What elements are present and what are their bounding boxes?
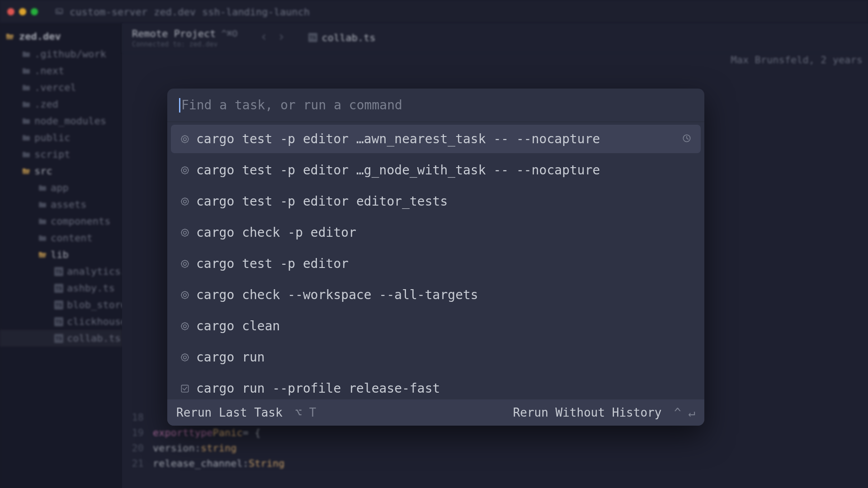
sidebar-folder[interactable]: src bbox=[0, 163, 122, 179]
task-item-label: cargo run bbox=[196, 350, 265, 365]
typescript-file-icon: TS bbox=[54, 317, 63, 326]
sidebar-file[interactable]: TScollab.ts bbox=[0, 330, 122, 347]
editor-tab-label: collab.ts bbox=[322, 32, 376, 43]
line-number: 18 bbox=[129, 412, 153, 423]
code-token: export bbox=[153, 427, 189, 438]
task-item-label: cargo check -p editor bbox=[196, 225, 356, 240]
sidebar-folder[interactable]: app bbox=[0, 179, 122, 196]
sidebar-folder[interactable]: .vercel bbox=[0, 79, 122, 96]
maximize-window-button[interactable] bbox=[31, 8, 38, 15]
folder-open-icon bbox=[38, 250, 47, 259]
sidebar-file[interactable]: TSblob_store.ts bbox=[0, 296, 122, 313]
task-item-label: cargo test -p editor …awn_nearest_task -… bbox=[196, 131, 600, 146]
code-token: : bbox=[195, 442, 201, 454]
ssh-host-label[interactable]: custom-server bbox=[70, 6, 147, 18]
sidebar-item-label: collab.ts bbox=[67, 333, 121, 344]
task-item[interactable]: cargo run bbox=[171, 343, 701, 371]
sidebar-item-label: ashby.ts bbox=[67, 282, 115, 294]
code-token: type bbox=[189, 427, 212, 438]
folder-open-icon bbox=[5, 32, 14, 41]
task-search-placeholder: Find a task, or run a command bbox=[181, 98, 402, 113]
ssh-icon bbox=[55, 6, 63, 18]
rerun-without-history-shortcut: ^ ↵ bbox=[674, 406, 695, 419]
code-line[interactable]: 21 release_channel: String bbox=[122, 455, 868, 471]
folder-icon bbox=[22, 66, 31, 75]
nav-forward-button[interactable] bbox=[277, 33, 286, 44]
sidebar-item-label: .vercel bbox=[34, 82, 76, 93]
editor-tab[interactable]: TS collab.ts bbox=[297, 23, 387, 52]
task-item[interactable]: cargo check -p editor bbox=[171, 218, 701, 247]
code-token: String bbox=[249, 458, 284, 469]
nav-back-button[interactable] bbox=[259, 33, 269, 44]
rerun-last-task-hint[interactable]: Rerun Last Task ⌥ T bbox=[176, 406, 316, 419]
task-item-label: cargo test -p editor bbox=[196, 256, 349, 271]
rust-icon bbox=[180, 134, 190, 144]
rust-icon bbox=[180, 321, 190, 331]
folder-icon bbox=[22, 50, 31, 59]
sidebar-folder[interactable]: components bbox=[0, 213, 122, 230]
code-token: release_channel bbox=[153, 458, 243, 469]
line-number: 19 bbox=[129, 427, 153, 438]
task-item[interactable]: cargo test -p editor …g_node_with_task -… bbox=[171, 156, 701, 184]
remote-project-pill[interactable]: Remote Project ^⌘O Connected to: zed.dev bbox=[122, 23, 248, 52]
task-item[interactable]: cargo test -p editor bbox=[171, 249, 701, 278]
folder-icon bbox=[22, 100, 31, 109]
sidebar-folder[interactable]: .next bbox=[0, 62, 122, 79]
folder-open-icon bbox=[22, 167, 31, 176]
sidebar-item-label: .next bbox=[34, 65, 64, 76]
task-item[interactable]: cargo check --workspace --all-targets bbox=[171, 281, 701, 309]
rust-icon bbox=[180, 290, 190, 300]
git-blame-annotation: Max Brunsfeld, 2 years bbox=[731, 54, 863, 66]
task-icon bbox=[180, 384, 190, 394]
sidebar-folder[interactable]: node_modules bbox=[0, 113, 122, 129]
task-palette: Find a task, or run a command cargo test… bbox=[167, 89, 704, 426]
titlebar: custom-server zed.dev ssh-landing-launch bbox=[0, 0, 868, 23]
minimize-window-button[interactable] bbox=[19, 8, 26, 15]
rust-icon bbox=[180, 165, 190, 175]
rust-icon bbox=[180, 259, 190, 269]
code-token: version bbox=[153, 442, 195, 454]
sidebar-folder[interactable]: content bbox=[0, 230, 122, 246]
sidebar-item-label: components bbox=[51, 216, 110, 227]
sidebar-folder[interactable]: .github/work bbox=[0, 46, 122, 62]
remote-project-shortcut: ^⌘O bbox=[221, 28, 237, 39]
sidebar-item-label: content bbox=[51, 232, 93, 244]
task-item[interactable]: cargo test -p editor editor_tests bbox=[171, 187, 701, 216]
code-token: : bbox=[243, 458, 249, 469]
file-tree-sidebar: zed.dev .github/work.next.vercel.zednode… bbox=[0, 23, 122, 488]
task-palette-footer: Rerun Last Task ⌥ T Rerun Without Histor… bbox=[167, 399, 704, 426]
sidebar-item-label: .zed bbox=[34, 99, 58, 110]
typescript-file-icon: TS bbox=[54, 334, 63, 343]
task-item-label: cargo test -p editor editor_tests bbox=[196, 194, 448, 209]
task-item[interactable]: cargo test -p editor …awn_nearest_task -… bbox=[171, 125, 701, 153]
line-number: 20 bbox=[129, 442, 153, 454]
titlebar-tab[interactable]: ssh-landing-launch bbox=[202, 6, 310, 18]
titlebar-tab[interactable]: zed.dev bbox=[154, 6, 196, 18]
sidebar-folder[interactable]: lib bbox=[0, 246, 122, 263]
project-root[interactable]: zed.dev bbox=[0, 27, 122, 46]
task-list: cargo test -p editor …awn_nearest_task -… bbox=[167, 122, 704, 399]
typescript-file-icon: TS bbox=[54, 300, 63, 310]
code-line[interactable]: 19export type Panic = { bbox=[122, 425, 868, 440]
sidebar-file[interactable]: TSclickhouse.ts bbox=[0, 313, 122, 330]
sidebar-folder[interactable]: public bbox=[0, 129, 122, 146]
close-window-button[interactable] bbox=[7, 8, 14, 15]
sidebar-folder[interactable]: .zed bbox=[0, 96, 122, 113]
sidebar-item-label: lib bbox=[51, 249, 69, 260]
folder-icon bbox=[38, 217, 47, 226]
typescript-file-icon: TS bbox=[54, 267, 63, 276]
sidebar-file[interactable]: TSashby.ts bbox=[0, 280, 122, 296]
rerun-last-task-label: Rerun Last Task bbox=[176, 406, 283, 419]
folder-icon bbox=[38, 234, 47, 243]
task-item[interactable]: cargo clean bbox=[171, 312, 701, 340]
task-item[interactable]: cargo run --profile release-fast bbox=[171, 374, 701, 399]
sidebar-file[interactable]: TSanalytics.ts bbox=[0, 263, 122, 280]
sidebar-folder[interactable]: assets bbox=[0, 196, 122, 213]
code-line[interactable]: 20 version: string bbox=[122, 440, 868, 455]
sidebar-folder[interactable]: script bbox=[0, 146, 122, 163]
rerun-without-history-hint[interactable]: Rerun Without History ^ ↵ bbox=[513, 406, 695, 419]
task-search-input[interactable]: Find a task, or run a command bbox=[167, 89, 704, 122]
sidebar-item-label: node_modules bbox=[34, 115, 106, 127]
remote-project-sub: Connected to: zed.dev bbox=[132, 40, 218, 48]
folder-icon bbox=[22, 83, 31, 92]
